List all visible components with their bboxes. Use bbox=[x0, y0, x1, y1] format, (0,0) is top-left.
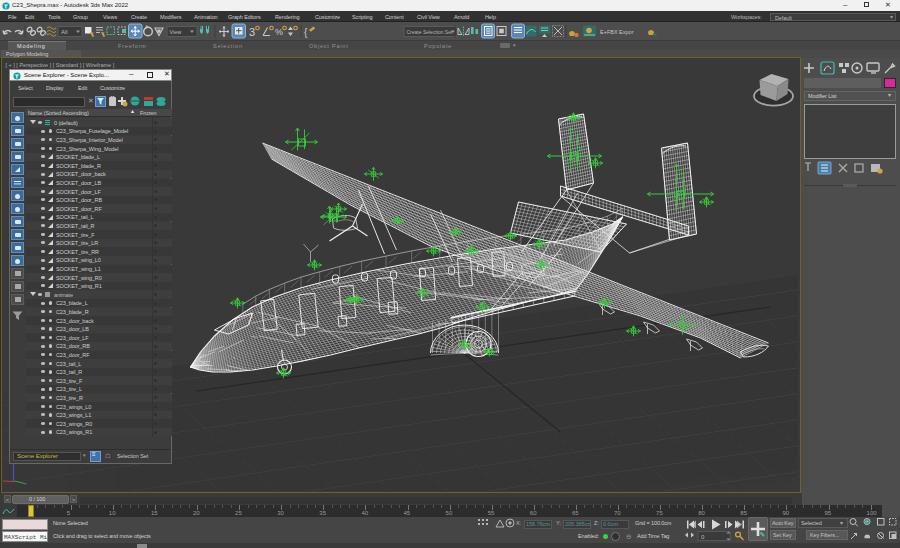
svg-text:View: View bbox=[170, 29, 182, 35]
svg-text:3: 3 bbox=[249, 26, 255, 38]
svg-text:%: % bbox=[275, 27, 283, 37]
svg-text:All: All bbox=[61, 29, 68, 35]
svg-text:{: { bbox=[304, 27, 308, 38]
svg-text:[ + ] [ Perspective ] [ Standa: [ + ] [ Perspective ] [ Standard ] [ Wir… bbox=[5, 62, 114, 68]
svg-text:E+FBX Expor: E+FBX Expor bbox=[600, 29, 634, 35]
svg-text:Create Selection Set: Create Selection Set bbox=[407, 29, 453, 35]
